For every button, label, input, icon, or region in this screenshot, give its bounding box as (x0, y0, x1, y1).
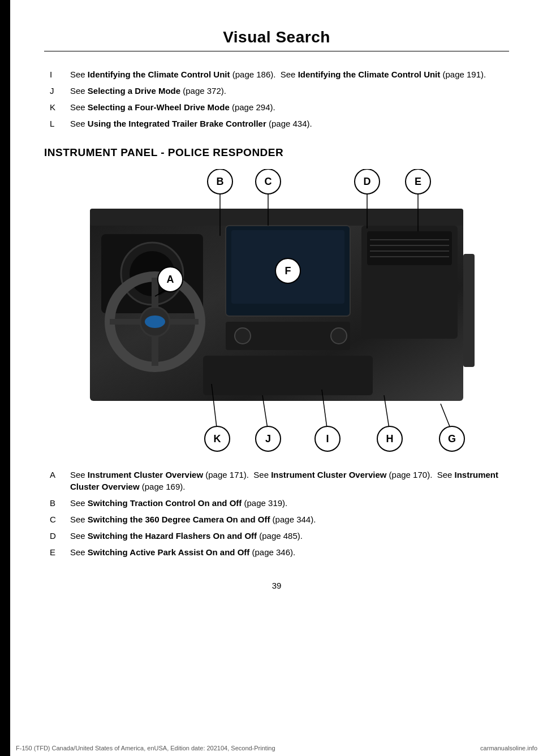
label-text-F: F (285, 265, 291, 277)
bottom-ref-desc-A: See Instrument Cluster Overview (page 17… (70, 469, 509, 493)
bottom-console (203, 356, 373, 395)
label-text-J: J (265, 433, 271, 444)
far-right-panel (463, 254, 475, 367)
bottom-ref-item-E: E See Switching Active Park Assist On an… (50, 546, 509, 558)
ref-desc-J: See Selecting a Drive Mode (page 372). (70, 85, 226, 97)
ref-letter-L: L (50, 118, 70, 129)
ref-letter-I: I (50, 68, 70, 80)
label-text-I: I (326, 433, 329, 444)
ref-letter-K: K (50, 101, 70, 113)
ref-item-L: L See Using the Integrated Trailer Brake… (50, 118, 509, 129)
label-text-H: H (386, 433, 394, 444)
climate-knob-left (235, 328, 251, 344)
page-number: 39 (44, 581, 509, 590)
bottom-ref-item-D: D See Switching the Hazard Flashers On a… (50, 530, 509, 542)
top-reference-list: I See Identifying the Climate Control Un… (50, 68, 509, 129)
bottom-ref-desc-C: See Switching the 360 Degree Camera On a… (70, 513, 316, 525)
bottom-ref-letter-B: B (50, 497, 70, 509)
label-text-E: E (415, 176, 421, 187)
bottom-ref-desc-E: See Switching Active Park Assist On and … (70, 546, 295, 558)
content: Visual Search I See Identifying the Clim… (10, 0, 543, 624)
bottom-ref-desc-D: See Switching the Hazard Flashers On and… (70, 530, 303, 542)
ford-logo (145, 316, 165, 328)
section-heading: INSTRUMENT PANEL - POLICE RESPONDER (44, 146, 509, 159)
bottom-ref-item-A: A See Instrument Cluster Overview (page … (50, 469, 509, 493)
bottom-ref-item-B: B See Switching Traction Control On and … (50, 497, 509, 509)
climate-knob-right (331, 328, 347, 344)
label-text-D: D (364, 176, 371, 187)
ref-item-J: J See Selecting a Drive Mode (page 372). (50, 85, 509, 97)
bottom-ref-letter-E: E (50, 546, 70, 558)
ref-item-I: I See Identifying the Climate Control Un… (50, 68, 509, 80)
label-text-G: G (448, 433, 456, 444)
left-bar (0, 0, 10, 756)
footer-left: F-150 (TFD) Canada/United States of Amer… (16, 745, 275, 751)
instrument-panel-diagram: B C D E A F (45, 169, 508, 452)
dash-top-trim (90, 209, 463, 226)
bottom-ref-letter-D: D (50, 530, 70, 542)
ref-desc-K: See Selecting a Four-Wheel Drive Mode (p… (70, 101, 275, 113)
right-vents (367, 231, 452, 265)
footer-right: carmanualsoline.info (480, 745, 537, 751)
label-text-B: B (217, 176, 224, 187)
bottom-ref-item-C: C See Switching the 360 Degree Camera On… (50, 513, 509, 525)
page-container: Visual Search I See Identifying the Clim… (0, 0, 543, 756)
bottom-ref-letter-C: C (50, 513, 70, 525)
ref-letter-J: J (50, 85, 70, 97)
label-text-C: C (265, 176, 272, 187)
bottom-reference-list: A See Instrument Cluster Overview (page … (50, 469, 509, 558)
page-title: Visual Search (44, 23, 509, 46)
footer: F-150 (TFD) Canada/United States of Amer… (10, 745, 543, 751)
ref-desc-L: See Using the Integrated Trailer Brake C… (70, 118, 312, 129)
ref-item-K: K See Selecting a Four-Wheel Drive Mode … (50, 101, 509, 113)
ref-desc-I: See Identifying the Climate Control Unit… (70, 68, 486, 80)
bottom-ref-letter-A: A (50, 469, 70, 493)
bottom-ref-desc-B: See Switching Traction Control On and Of… (70, 497, 287, 509)
label-text-K: K (214, 433, 221, 444)
label-text-A: A (167, 274, 174, 285)
title-divider (44, 51, 509, 51)
diagram-container: B C D E A F (44, 169, 509, 452)
